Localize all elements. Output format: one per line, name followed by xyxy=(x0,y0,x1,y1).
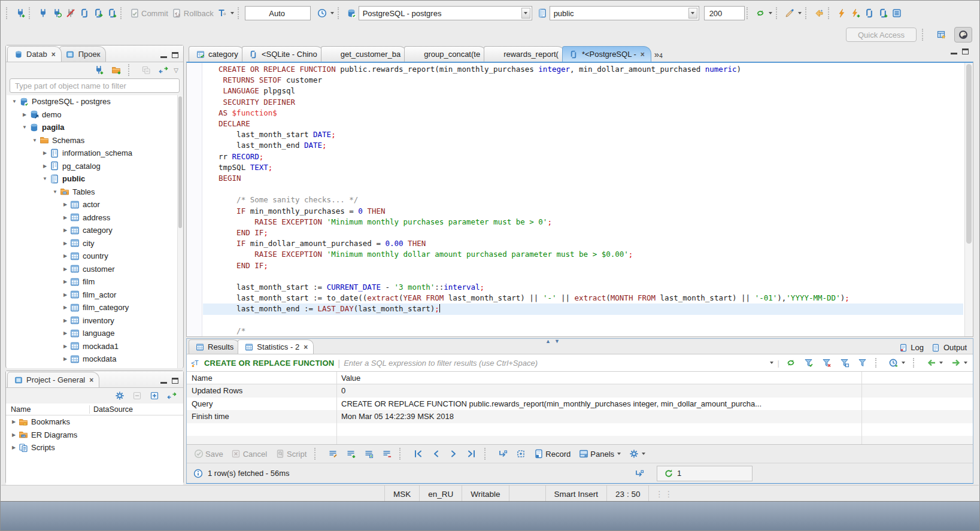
code-line[interactable]: SECURITY DEFINER xyxy=(203,97,963,108)
tab-database-navigator[interactable]: Datab × xyxy=(7,46,62,62)
expanded-arrow-icon[interactable]: ▼ xyxy=(20,125,29,130)
column-datasource[interactable]: DataSource xyxy=(90,405,133,414)
maximize-icon[interactable] xyxy=(172,378,178,384)
editor-scrollbar[interactable] xyxy=(964,63,973,336)
expanded-arrow-icon[interactable]: ▼ xyxy=(41,176,49,181)
minimize-icon[interactable] xyxy=(160,382,167,384)
object-filter-input[interactable]: Type part of object name to filter xyxy=(10,78,180,93)
tree-item-tables[interactable]: ▼Tables xyxy=(7,186,183,199)
column-name[interactable]: Name xyxy=(6,405,90,414)
auto-refresh-button[interactable] xyxy=(887,357,907,369)
code-line[interactable]: RAISE EXCEPTION 'Minimum monthly purchas… xyxy=(203,217,963,227)
maximize-icon[interactable] xyxy=(172,52,178,58)
column-header-value[interactable]: Value xyxy=(336,374,973,383)
splitter-arrows[interactable]: ▲▼ xyxy=(545,338,560,344)
open-perspective-button[interactable] xyxy=(933,27,951,43)
schema-combo[interactable]: public xyxy=(550,6,699,20)
project-settings-button[interactable] xyxy=(113,390,126,402)
execute-script-button[interactable] xyxy=(863,7,876,20)
nav-new-folder-button[interactable] xyxy=(109,64,123,77)
toolbar-handle[interactable] xyxy=(484,448,489,460)
previous-row-button[interactable] xyxy=(429,448,442,460)
toolbar-handle[interactable] xyxy=(338,7,342,19)
collapsed-arrow-icon[interactable]: ▶ xyxy=(61,305,69,310)
tree-item-mockdata[interactable]: ▶mockdata xyxy=(7,353,183,366)
tab-project-general[interactable]: Project - General × xyxy=(7,372,99,387)
editor-tab[interactable]: get_customer_ba xyxy=(321,46,407,62)
add-row-button[interactable] xyxy=(344,448,357,460)
tree-item-customer[interactable]: ▶customer xyxy=(7,263,183,276)
auto-completion-button[interactable] xyxy=(812,7,826,20)
toolbar-handle[interactable] xyxy=(238,7,242,19)
close-tab-icon[interactable]: × xyxy=(89,376,93,384)
commit-mode-combo[interactable]: Auto xyxy=(245,6,311,20)
delete-row-button[interactable] xyxy=(380,448,393,460)
collapsed-arrow-icon[interactable]: ▶ xyxy=(61,356,69,362)
nav-new-connection-button[interactable] xyxy=(92,64,105,77)
tree-item-pg-catalog[interactable]: ▶pg_catalog xyxy=(7,160,183,173)
new-connection-button[interactable] xyxy=(13,7,27,20)
code-line[interactable]: /* Some sanity checks... */ xyxy=(203,195,963,205)
tree-item-country[interactable]: ▶country xyxy=(7,250,183,263)
collapsed-arrow-icon[interactable]: ▶ xyxy=(61,253,69,259)
record-mode-button[interactable]: Record xyxy=(532,448,572,460)
new-sql-editor-button[interactable] xyxy=(105,7,119,20)
collapsed-arrow-icon[interactable]: ▶ xyxy=(61,215,69,220)
tree-item-postgresql-postgres[interactable]: ▼PostgreSQL - postgres xyxy=(7,95,183,108)
tree-item-address[interactable]: ▶address xyxy=(7,211,183,224)
tree-scrollbar[interactable] xyxy=(177,95,183,368)
tree-item-mockada1[interactable]: ▶mockada1 xyxy=(7,340,183,353)
filter-remove-button[interactable] xyxy=(820,357,833,369)
minimize-icon[interactable] xyxy=(160,56,167,58)
transaction-log-button[interactable] xyxy=(216,7,236,20)
filter-input[interactable]: Enter a SQL expression to filter results… xyxy=(344,359,764,368)
fetch-size-input[interactable]: 200 xyxy=(704,6,745,20)
format-button[interactable] xyxy=(783,7,803,20)
close-tab-icon[interactable]: × xyxy=(304,343,308,351)
connect-button[interactable] xyxy=(36,7,50,20)
code-line[interactable]: END IF; xyxy=(203,227,963,238)
fetch-next-page-button[interactable] xyxy=(496,448,509,460)
filter-apply-button[interactable] xyxy=(802,357,815,369)
output-button[interactable]: Output xyxy=(931,342,967,353)
tab-projects[interactable]: Проек xyxy=(59,46,107,62)
tree-item-information-schema[interactable]: ▶information_schema xyxy=(7,147,183,160)
collapsed-arrow-icon[interactable]: ▶ xyxy=(61,241,69,246)
close-tab-icon[interactable]: × xyxy=(641,50,645,59)
panels-button[interactable]: Panels xyxy=(577,448,623,460)
column-divider[interactable] xyxy=(336,372,337,444)
toolbar-handle[interactable] xyxy=(120,7,125,19)
collapsed-arrow-icon[interactable]: ▶ xyxy=(61,266,69,272)
maximize-icon[interactable] xyxy=(962,48,969,54)
code-line[interactable]: END IF; xyxy=(203,260,963,271)
tab-statistics[interactable]: Statistics - 2 × xyxy=(238,339,314,354)
view-menu-caret-icon[interactable]: ▽ xyxy=(174,67,178,74)
tree-item-category[interactable]: ▶category xyxy=(7,224,183,237)
script-button[interactable]: Script xyxy=(273,448,308,460)
tree-item-inventory[interactable]: ▶inventory xyxy=(7,314,183,327)
code-line[interactable]: tmpSQL TEXT; xyxy=(203,162,963,173)
tab-overflow-chevron[interactable]: »4 xyxy=(654,49,663,62)
collapse-all-button[interactable] xyxy=(139,64,153,77)
tree-item-language[interactable]: ▶language xyxy=(7,327,183,340)
next-result-button[interactable] xyxy=(949,357,969,369)
code-line[interactable]: IF min_dollar_amount_purchased = 0.00 TH… xyxy=(203,238,963,249)
editor-tab[interactable]: *<PostgreSQL - × xyxy=(562,46,651,62)
project-item-scripts[interactable]: ▶Scripts xyxy=(6,441,183,454)
expanded-arrow-icon[interactable]: ▼ xyxy=(51,189,59,195)
toolbar-handle[interactable] xyxy=(776,7,780,19)
toolbar-handle[interactable] xyxy=(128,64,132,76)
code-line[interactable]: IF min_monthly_purchases = 0 THEN xyxy=(203,206,963,217)
grid-settings-button[interactable] xyxy=(627,448,647,460)
tree-item-film-actor[interactable]: ▶film_actor xyxy=(7,289,183,302)
rollback-button[interactable]: Rollback xyxy=(170,7,216,20)
connection-db-icon-button[interactable] xyxy=(345,7,359,20)
column-divider[interactable] xyxy=(861,372,862,444)
filter-save-button[interactable] xyxy=(838,357,851,369)
code-line[interactable]: DECLARE xyxy=(203,119,963,129)
table-row[interactable]: QueryCREATE OR REPLACE FUNCTION public.r… xyxy=(187,398,973,411)
tab-results[interactable]: Results xyxy=(189,339,239,354)
log-button[interactable]: Log xyxy=(898,342,924,353)
last-row-button[interactable] xyxy=(465,448,478,460)
collapsed-arrow-icon[interactable]: ▶ xyxy=(61,202,69,207)
